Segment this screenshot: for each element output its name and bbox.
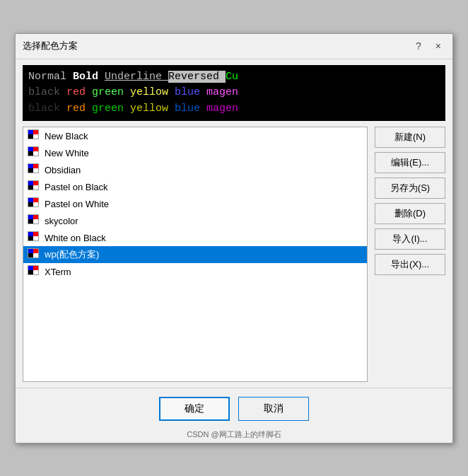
scheme-label: XTerm	[45, 267, 71, 277]
list-item[interactable]: skycolor	[23, 212, 367, 229]
scheme-icon	[28, 129, 40, 142]
preview-bold: Bold	[73, 71, 105, 83]
preview-row-1: Normal Bold Underline Reversed Cu	[28, 69, 440, 86]
scheme-label: skycolor	[45, 216, 78, 226]
preview-cu: Cu	[226, 71, 238, 83]
scheme-list-scroll[interactable]: New BlackNew WhiteObsidianPastel on Blac…	[23, 127, 367, 381]
export-button[interactable]: 导出(X)...	[375, 254, 445, 275]
import-button[interactable]: 导入(I)...	[375, 228, 445, 250]
scheme-icon	[28, 214, 40, 227]
scheme-label: Pastel on Black	[45, 182, 108, 192]
confirm-button[interactable]: 确定	[159, 397, 230, 421]
scheme-label: Obsidian	[45, 165, 81, 175]
preview-color-magenta: magen	[206, 86, 238, 98]
dialog: 选择配色方案 ? × Normal Bold Underline Reverse…	[15, 33, 453, 443]
preview-color-green: green	[92, 86, 130, 98]
preview-color-magenta2: magen	[206, 103, 238, 115]
preview-row-3: black red green yellow blue magen	[28, 101, 440, 117]
preview-color-blue: blue	[175, 86, 206, 98]
scheme-icon	[28, 197, 40, 210]
title-bar: 选择配色方案 ? ×	[16, 34, 452, 59]
scheme-icon	[28, 180, 40, 193]
preview-color-black2: black	[28, 103, 66, 115]
preview-row-2: black red green yellow blue magen	[28, 85, 440, 101]
preview-normal: Normal	[28, 71, 73, 83]
scheme-icon	[28, 231, 40, 244]
edit-button[interactable]: 编辑(E)...	[375, 152, 445, 173]
help-button[interactable]: ?	[411, 39, 426, 53]
preview-color-blue2: blue	[175, 103, 206, 115]
dialog-title: 选择配色方案	[23, 40, 78, 52]
list-item[interactable]: Pastel on White	[23, 195, 367, 212]
main-content: New BlackNew WhiteObsidianPastel on Blac…	[16, 127, 452, 382]
scheme-label: Pastel on White	[45, 199, 109, 209]
title-bar-controls: ? ×	[411, 39, 445, 53]
cancel-button[interactable]: 取消	[238, 397, 309, 421]
preview-color-green2: green	[92, 103, 130, 115]
close-button[interactable]: ×	[431, 39, 445, 53]
new-button[interactable]: 新建(N)	[375, 127, 445, 148]
scheme-label: White on Black	[45, 233, 106, 243]
list-item[interactable]: New Black	[23, 127, 367, 144]
bottom-bar: 确定 取消	[16, 388, 452, 429]
scheme-icon	[28, 248, 40, 261]
list-item[interactable]: Pastel on Black	[23, 178, 367, 195]
scheme-icon	[28, 163, 40, 176]
scheme-icon	[28, 265, 40, 278]
preview-color-red: red	[66, 86, 92, 98]
list-item[interactable]: White on Black	[23, 229, 367, 246]
preview-color-red2: red	[66, 103, 92, 115]
scheme-label: New White	[45, 148, 89, 158]
list-item[interactable]: New White	[23, 144, 367, 161]
preview-reversed: Reversed	[168, 71, 226, 83]
save-as-button[interactable]: 另存为(S)	[375, 178, 445, 199]
buttons-panel: 新建(N) 编辑(E)... 另存为(S) 删除(D) 导入(I)... 导出(…	[375, 127, 445, 382]
preview-underline: Underline	[105, 71, 168, 83]
scheme-icon	[28, 146, 40, 159]
delete-button[interactable]: 删除(D)	[375, 203, 445, 224]
scheme-label: wp(配色方案)	[45, 248, 99, 261]
scheme-label: New Black	[45, 131, 88, 141]
scheme-list-container: New BlackNew WhiteObsidianPastel on Blac…	[23, 127, 368, 382]
preview-color-yellow2: yellow	[130, 103, 175, 115]
list-item[interactable]: Obsidian	[23, 161, 367, 178]
watermark: CSDN @网工路上的绊脚石	[16, 429, 452, 443]
preview-color-yellow: yellow	[130, 86, 175, 98]
preview-area: Normal Bold Underline Reversed Cu black …	[23, 65, 445, 122]
preview-color-black: black	[28, 86, 66, 98]
list-item[interactable]: wp(配色方案)	[23, 246, 367, 263]
list-item[interactable]: XTerm	[23, 263, 367, 280]
